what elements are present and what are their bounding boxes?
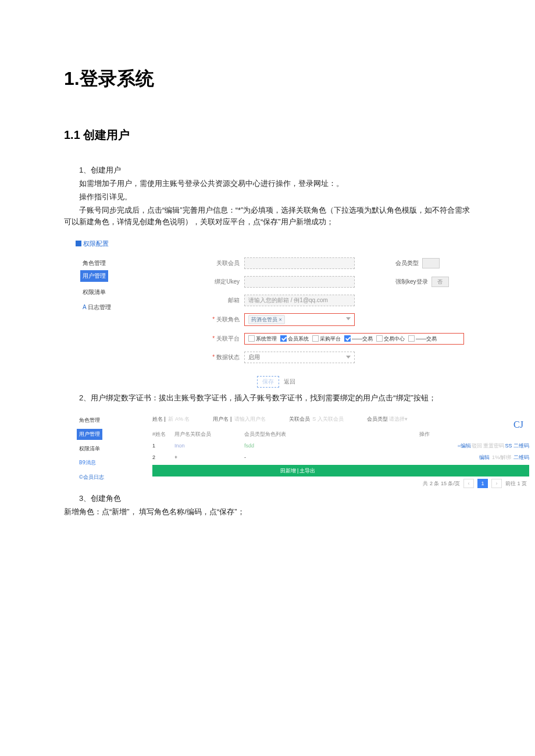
checkbox-item[interactable]: 交易中心 <box>376 335 405 343</box>
nav-perm-list[interactable]: 权限清单 <box>77 443 117 454</box>
cell-ops: =编辑驳回 重置密码SS 二维码 <box>320 442 529 450</box>
nav-member-log[interactable]: ©会员日志 <box>77 472 117 482</box>
checkbox-icon <box>408 335 415 342</box>
label-email: 邮箱 <box>209 296 244 305</box>
table-row: 2 + - 编辑 1%/解绑 二维码 <box>152 452 529 463</box>
filter-name[interactable]: 姓名 | 新 A% 名 <box>152 415 190 423</box>
th-type: 会员类型角色列表 <box>244 430 320 438</box>
paragraph: 操作指引详见。 <box>64 191 471 203</box>
paragraph: 1、创建用户 <box>64 164 471 177</box>
checkbox-icon <box>248 335 255 342</box>
panel-title: 权限配置 <box>76 239 477 249</box>
add-button[interactable]: 田新增 <box>280 467 296 475</box>
input-force-key[interactable]: 否 <box>431 277 449 287</box>
cell-user: Inon <box>174 442 244 450</box>
table-row: 1 Inon fsdd =编辑驳回 重置密码SS 二维码 <box>152 440 529 452</box>
paragraph: 如需增加子用户，需使用主账号登录公共资源交易中心进行操作，登录网址：。 <box>64 178 471 190</box>
op-mid[interactable]: 驳回 重置密码 <box>472 443 505 449</box>
filter-hint: S 入关联会员 <box>312 416 344 422</box>
select-data-status[interactable]: 启用 <box>244 352 355 363</box>
required-mark <box>212 335 216 342</box>
cell-type: fsdd <box>244 442 320 450</box>
input-assoc-member[interactable] <box>244 257 355 269</box>
op-tail[interactable]: 二维码 <box>513 454 529 460</box>
th-ops: 操作 <box>320 430 529 438</box>
label-text: 关联平台 <box>216 335 240 342</box>
side-nav: 角色管理 用户管理 权限清单 B9消息 ©会员日志 <box>72 415 117 488</box>
checkbox-item[interactable]: ——交易 <box>344 335 373 343</box>
op-edit[interactable]: =编辑 <box>458 443 471 449</box>
nav-role-mgmt[interactable]: 角色管理 <box>80 257 122 269</box>
cell-ops: 编辑 1%/解绑 二维码 <box>320 453 529 461</box>
pager-page-1[interactable]: 1 <box>477 479 488 488</box>
filter-hint: 请选择▾ <box>389 416 408 422</box>
nav-log-label: 日志管理 <box>88 304 111 310</box>
nav-user-mgmt[interactable]: 用户管理 <box>77 429 102 439</box>
heading-2: 1.1 创建用户 <box>64 126 471 144</box>
nav-user-mgmt[interactable]: 用户管理 <box>80 270 108 282</box>
pager-prev[interactable]: ‹ <box>463 479 474 488</box>
label-assoc-role: 关联角色 <box>209 315 244 324</box>
label-member-type: 会员类型 <box>395 259 419 268</box>
select-assoc-role[interactable]: 药酒仓管员 × <box>244 313 355 326</box>
pager-total: 共 2 条 15 条/页 <box>423 479 460 488</box>
label-assoc-platform: 关联平台 <box>209 334 244 343</box>
checkbox-icon <box>312 335 319 342</box>
pipe-icon: | <box>165 416 166 422</box>
checkbox-item[interactable]: 采购平台 <box>312 335 341 343</box>
filter-hint: 新 A% 名 <box>168 416 190 422</box>
filter-label: 关联会员 <box>289 416 310 422</box>
back-button[interactable]: 返回 <box>284 378 295 385</box>
op-mid[interactable]: 1%/解绑 <box>492 454 512 460</box>
pager-next[interactable]: › <box>491 479 502 488</box>
filter-username[interactable]: 用户名 | 请输入用户名 <box>213 415 265 423</box>
chevron-down-icon <box>346 356 351 359</box>
cell-type: - <box>244 453 320 461</box>
op-tail[interactable]: SS 二维码 <box>505 443 529 449</box>
checkbox-label: 系统管理 <box>256 335 277 343</box>
heading-1: 1.登录系统 <box>64 64 471 94</box>
nav-perm-list[interactable]: 权限清单 <box>80 286 122 298</box>
platform-checkbox-row: 系统管理 会员系统 采购平台 ——交易 交易中心 ——交易 <box>244 333 464 345</box>
checkbox-item[interactable]: 会员系统 <box>280 335 309 343</box>
th-user: 用户名关联会员 <box>174 430 244 438</box>
label-assoc-member: 关联会员 <box>209 259 244 268</box>
checkbox-icon <box>280 335 287 342</box>
filter-assoc-member[interactable]: 关联会员 S 入关联会员 <box>289 415 344 423</box>
export-button[interactable]: 土导出 <box>299 467 315 475</box>
label-text: 关联角色 <box>216 316 240 323</box>
screenshot-table: CJ 角色管理 用户管理 权限清单 B9消息 ©会员日志 姓名 | 新 A% 名… <box>72 415 529 488</box>
filter-hint: 请输入用户名 <box>234 416 266 422</box>
input-member-type[interactable] <box>422 258 440 268</box>
checkbox-label: 会员系统 <box>288 335 309 343</box>
checkbox-label: 交易中心 <box>384 335 405 343</box>
cell-index: 2 <box>152 453 174 461</box>
pagination: 共 2 条 15 条/页 ‹ 1 › 前往 1 页 <box>152 479 529 488</box>
checkbox-label: ——交易 <box>352 335 373 343</box>
filter-row: 姓名 | 新 A% 名 用户名 | 请输入用户名 关联会员 S 入关联会员 会员… <box>152 415 529 423</box>
checkbox-item[interactable]: 系统管理 <box>248 335 277 343</box>
pager-goto: 前往 1 页 <box>505 479 527 488</box>
checkbox-icon <box>344 335 351 342</box>
cell-index: 1 <box>152 442 174 450</box>
nav-log-mgmt[interactable]: A 日志管理 <box>80 302 122 313</box>
filter-label: 用户名 <box>213 416 229 422</box>
input-email[interactable]: 请输入您的邮箱 / 例1@qq.com <box>244 295 355 306</box>
nav-role-mgmt[interactable]: 角色管理 <box>77 415 117 425</box>
nav-msg[interactable]: B9消息 <box>77 457 117 468</box>
chevron-down-icon <box>346 317 351 320</box>
paragraph: 3、创建角色 <box>64 493 471 505</box>
required-mark <box>212 316 216 323</box>
select-value: 启用 <box>248 353 260 362</box>
checkbox-item[interactable]: ——交易 <box>408 335 437 343</box>
filter-label: 会员类型 <box>367 416 388 422</box>
checkbox-icon <box>376 335 383 342</box>
op-edit[interactable]: 编辑 <box>479 454 490 460</box>
user-form: 关联会员 会员类型 绑定Ukey 强制key登录 否 <box>122 257 477 370</box>
role-tag[interactable]: 药酒仓管员 × <box>248 315 285 324</box>
input-bind-ukey[interactable] <box>244 276 355 288</box>
filter-member-type[interactable]: 会员类型请选择▾ <box>367 415 408 423</box>
screenshot-form: 权限配置 角色管理 用户管理 权限清单 A 日志管理 关联会员 会员类型 <box>76 239 477 388</box>
label-bind-ukey: 绑定Ukey <box>209 277 244 286</box>
save-button[interactable]: 保存 <box>257 376 279 388</box>
